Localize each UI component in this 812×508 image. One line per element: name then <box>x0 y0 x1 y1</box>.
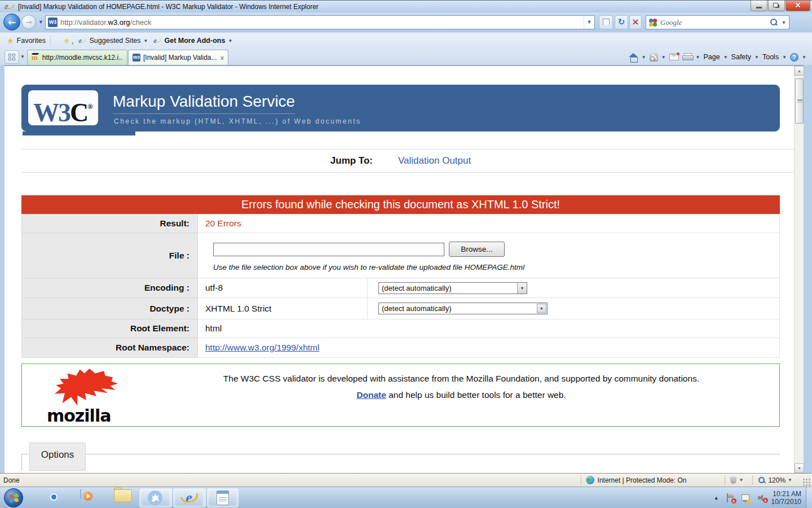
forward-button[interactable]: → <box>21 15 36 29</box>
tab-validator-active[interactable]: W3 [Invalid] Markup Valida... x <box>128 50 228 65</box>
taskbar-notepad-button[interactable] <box>207 488 239 507</box>
resize-grip[interactable] <box>802 478 810 486</box>
system-tray: ▲ x x 10:21 AM 10/7/2010 <box>714 487 812 508</box>
internet-zone-icon <box>586 476 594 484</box>
recent-pages-caret-icon[interactable]: ▼ <box>38 19 43 25</box>
scroll-down-icon[interactable]: ▼ <box>795 463 804 473</box>
favorites-button[interactable]: Favorites <box>17 37 46 45</box>
address-dropdown-caret-icon[interactable]: ▼ <box>584 16 594 29</box>
suggested-sites-button[interactable]: Suggested Sites <box>90 37 141 45</box>
close-button[interactable]: ✕ <box>785 1 810 11</box>
chevron-down-icon[interactable]: ▼ <box>661 55 666 60</box>
validation-output-link[interactable]: Validation Output <box>398 155 471 167</box>
browse-button[interactable]: Browse... <box>449 242 505 257</box>
search-icon[interactable] <box>769 17 779 28</box>
encoding-value: utf-8 <box>198 278 368 298</box>
ie-icon: e <box>5 2 14 11</box>
google-logo-icon <box>649 19 657 27</box>
minimize-button[interactable] <box>751 1 767 11</box>
refresh-button[interactable]: ↻ <box>615 15 628 29</box>
tab-moodle[interactable]: m http://moodle.mvcsc.k12.i... <box>27 50 127 65</box>
add-to-favorites-icon[interactable]: ★ <box>63 36 70 45</box>
command-bar: ▼ ▼ ▼ Page ▼ Safety ▼ Tools ▼ ? ▼ <box>628 50 806 64</box>
file-label: File : <box>22 233 198 278</box>
chevron-down-icon[interactable]: ▼ <box>228 38 232 43</box>
help-icon[interactable]: ? <box>790 53 798 62</box>
network-icon[interactable] <box>742 494 751 502</box>
divider <box>50 36 51 46</box>
media-player-icon <box>80 489 81 500</box>
chevron-down-icon[interactable]: ▼ <box>642 55 646 60</box>
start-button[interactable] <box>4 488 23 507</box>
action-center-icon[interactable]: x <box>727 493 734 502</box>
divider <box>752 476 753 485</box>
chevron-down-icon[interactable]: ▼ <box>144 38 148 43</box>
chevron-down-icon[interactable]: ▼ <box>788 478 792 483</box>
tab-list-caret-icon[interactable]: ▼ <box>20 54 25 59</box>
taskbar-explorer-button[interactable] <box>114 489 131 506</box>
read-mail-icon[interactable] <box>669 54 679 60</box>
table-row-file: File : Browse... Use the file selection … <box>22 233 780 278</box>
quick-tabs-button[interactable] <box>5 50 19 64</box>
compatibility-view-button[interactable] <box>599 15 613 29</box>
restore-button[interactable] <box>768 1 785 11</box>
encoding-select[interactable]: (detect automatically) ▼ <box>378 282 527 294</box>
favorites-bar: ★ Favorites ★ e Suggested Sites ▼ e Get … <box>0 32 812 49</box>
scrollbar-thumb[interactable] <box>795 78 804 124</box>
divider <box>725 476 725 485</box>
address-bar[interactable]: W3 http://validator.w3.org/check ▼ <box>45 15 595 29</box>
chevron-down-icon[interactable]: ▼ <box>739 478 743 483</box>
print-icon[interactable] <box>682 53 692 61</box>
taskbar-clock[interactable]: 10:21 AM 10/7/2010 <box>771 490 801 506</box>
fieldset-border <box>21 454 780 454</box>
doctype-select[interactable]: (detect automatically) ▼ <box>378 303 548 314</box>
divider <box>581 476 581 485</box>
app-icon <box>148 491 162 505</box>
select-value: (detect automatically) <box>382 284 517 292</box>
table-row-doctype: Doctype : XHTML 1.0 Strict (detect autom… <box>22 298 780 319</box>
table-row-encoding: Encoding : utf-8 (detect automatically) … <box>22 278 780 298</box>
broken-page-icon <box>603 19 610 27</box>
donate-link[interactable]: Donate <box>356 390 386 400</box>
taskbar-chrome-button[interactable] <box>46 489 63 506</box>
security-shield-icon[interactable] <box>730 476 736 484</box>
get-more-addons-button[interactable]: Get More Add-ons <box>165 37 226 45</box>
page-menu-button[interactable]: Page <box>703 53 720 61</box>
windows-logo-icon <box>9 493 19 502</box>
tab-close-icon[interactable]: x <box>220 54 224 61</box>
chevron-down-icon[interactable]: ▼ <box>696 55 700 60</box>
page-subtitle: Check the markup (HTML, XHTML, ...) of W… <box>114 117 361 125</box>
vertical-scrollbar[interactable]: ▲ ▼ <box>794 66 804 473</box>
taskbar-media-player-button[interactable] <box>80 489 97 506</box>
show-hidden-icons-icon[interactable]: ▲ <box>714 495 719 501</box>
options-legend[interactable]: Options <box>29 443 86 471</box>
moodle-favicon: m <box>32 54 39 62</box>
status-bar: Done Internet | Protected Mode: On ▼ 120… <box>0 473 812 487</box>
volume-icon[interactable]: x <box>758 494 766 502</box>
search-input[interactable]: Google ▼ <box>646 15 789 29</box>
rss-feed-icon[interactable] <box>650 53 658 62</box>
w3c-favicon: W3 <box>133 54 140 62</box>
search-options-caret-icon[interactable]: ▼ <box>779 20 789 25</box>
tools-menu-button[interactable]: Tools <box>762 53 779 61</box>
safety-menu-button[interactable]: Safety <box>731 53 751 61</box>
scroll-up-icon[interactable]: ▲ <box>795 66 804 76</box>
taskbar-app-button[interactable] <box>139 488 171 507</box>
home-icon[interactable] <box>628 53 638 62</box>
fieldset-border <box>21 454 22 471</box>
show-desktop-button[interactable] <box>806 487 812 508</box>
zoom-icon[interactable] <box>757 476 766 485</box>
window-controls: ✕ <box>750 1 810 11</box>
chevron-down-icon[interactable]: ▼ <box>802 55 806 60</box>
page-title: Markup Validation Service <box>113 93 295 114</box>
result-value: 20 Errors <box>198 214 780 233</box>
clock-time: 10:21 AM <box>771 490 801 498</box>
root-namespace-link[interactable]: http://www.w3.org/1999/xhtml <box>205 343 319 352</box>
chevron-down-icon[interactable]: ▼ <box>537 304 546 313</box>
back-button[interactable]: ← <box>3 14 20 30</box>
chevron-down-icon[interactable]: ▼ <box>517 283 527 294</box>
stop-button[interactable]: × <box>629 15 642 29</box>
taskbar-ie-button[interactable]: e <box>173 488 205 507</box>
file-upload-field[interactable] <box>213 243 444 256</box>
zoom-level[interactable]: 120% <box>768 476 785 484</box>
